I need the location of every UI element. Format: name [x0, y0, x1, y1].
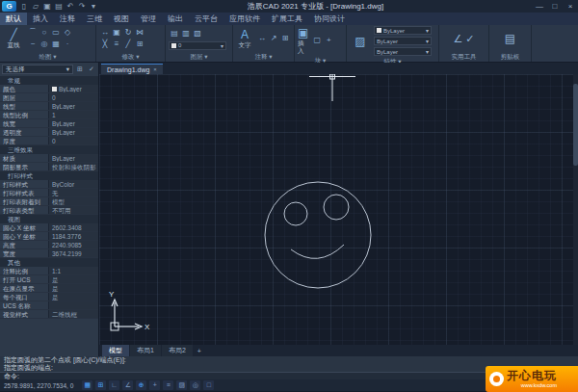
ortho-toggle-icon[interactable]: ∟ — [109, 380, 119, 390]
add-layout-icon[interactable]: + — [194, 348, 205, 354]
toggle-pickadd-icon[interactable]: ⊞ — [75, 65, 85, 73]
ribbon-tab-insert[interactable]: 插入 — [27, 13, 54, 25]
move-tool-icon[interactable]: ↔ — [99, 27, 111, 39]
osnap-toggle-icon[interactable]: ⊕ — [136, 380, 146, 390]
layer-isolate-icon[interactable]: ▧ — [192, 28, 203, 39]
property-row-width[interactable]: 宽度 3674.2199 — [0, 249, 98, 258]
ribbon-tab-collaborate[interactable]: 协同设计 — [308, 13, 351, 25]
offset-tool-icon[interactable]: ≡ — [111, 39, 122, 50]
palette-section-3d-effects[interactable]: 三维效果 — [0, 145, 98, 154]
hatch-tool-icon[interactable]: ▦ — [50, 39, 62, 50]
paste-icon[interactable]: ▤ — [505, 33, 515, 44]
palette-section-plot-style[interactable]: 打印样式 — [0, 171, 98, 180]
property-row-center-y[interactable]: 圆心 Y 坐标 1184.3776 — [0, 232, 98, 241]
property-row-lineweight[interactable]: 线宽 ByLayer — [0, 119, 98, 128]
property-row-plot-style[interactable]: 打印样式 ByColor — [0, 180, 98, 189]
layer-dropdown[interactable]: 0 ▾ — [169, 41, 226, 50]
redo-icon[interactable]: ↷ — [76, 0, 88, 13]
spline-tool-icon[interactable]: ~ — [27, 39, 39, 50]
mirror-tool-icon[interactable]: ⋈ — [134, 27, 145, 39]
linetype-dropdown[interactable]: ByLayer ▾ — [374, 37, 432, 45]
ellipse-tool-icon[interactable]: ◎ — [39, 39, 50, 50]
smile-arc[interactable] — [291, 245, 344, 258]
palette-section-misc[interactable]: 其他 — [0, 258, 98, 267]
polar-toggle-icon[interactable]: ∠ — [122, 380, 133, 390]
ribbon-tab-3d[interactable]: 三维 — [81, 13, 108, 25]
trim-tool-icon[interactable]: ╱ — [122, 39, 134, 50]
plot-icon[interactable]: ▤ — [53, 0, 65, 13]
property-row-plot-style-table[interactable]: 打印样式表 无 — [0, 189, 98, 197]
clipboard-panel-label[interactable]: 剪贴板 — [489, 52, 531, 62]
undo-icon[interactable]: ↶ — [65, 0, 76, 13]
ribbon-tab-apps[interactable]: 应用软件 — [223, 13, 266, 25]
property-row-transparency[interactable]: 透明度 ByLayer — [0, 128, 98, 137]
otrack-toggle-icon[interactable]: + — [149, 380, 160, 390]
measure-tool-icon[interactable]: ∠ — [453, 33, 462, 44]
ribbon-tab-view[interactable]: 视图 — [108, 13, 135, 25]
property-row-ucs-at-origin[interactable]: 在原点显示 是 — [0, 284, 98, 293]
save-file-icon[interactable]: ▣ — [41, 0, 53, 13]
annotation-panel-label[interactable]: 注释 ▾ — [233, 52, 294, 62]
property-row-linetype[interactable]: 线型 ByLayer — [0, 102, 98, 111]
polygon-tool-icon[interactable]: ◇ — [62, 27, 73, 39]
match-properties-button[interactable]: ▨ — [350, 35, 371, 48]
property-row-height[interactable]: 高度 2240.9085 — [0, 241, 98, 249]
draw-panel-label[interactable]: 绘图 ▾ — [0, 52, 95, 62]
property-row-layer[interactable]: 图层 0 — [0, 93, 98, 102]
leader-tool-icon[interactable]: ↗ — [268, 33, 279, 44]
transparency-toggle-icon[interactable]: ▨ — [176, 380, 187, 390]
line-tool-button[interactable]: ╱ 直线 — [3, 28, 24, 49]
property-row-linetype-scale[interactable]: 线型比例 1 — [0, 111, 98, 119]
new-file-icon[interactable]: ▯ — [18, 0, 30, 13]
tab-layout1[interactable]: 布局1 — [130, 345, 161, 356]
circle-tool-icon[interactable]: ○ — [39, 27, 50, 39]
lineweight-dropdown[interactable]: ByLayer ▾ — [374, 47, 432, 56]
text-tool-button[interactable]: A 文字 — [236, 28, 253, 49]
property-row-plot-table-attached[interactable]: 打印表附着到 模型 — [0, 197, 98, 206]
array-tool-icon[interactable]: ⊞ — [134, 39, 145, 50]
ribbon-tab-annotate[interactable]: 注释 — [54, 13, 81, 25]
table-tool-icon[interactable]: ⊞ — [279, 33, 291, 44]
palette-section-view[interactable]: 视图 — [0, 215, 98, 223]
layer-list-icon[interactable]: ▤ — [169, 28, 180, 39]
modify-panel-label[interactable]: 修改 ▾ — [96, 52, 165, 62]
create-block-icon[interactable]: ▢ — [311, 35, 323, 46]
selection-cycling-icon[interactable]: ◎ — [190, 380, 200, 390]
edit-block-icon[interactable]: + — [323, 35, 334, 46]
quick-select-icon[interactable]: ✓ — [465, 33, 474, 44]
quick-select-icon[interactable]: ✓ — [87, 65, 96, 73]
maximize-button[interactable]: □ — [547, 0, 563, 13]
point-tool-icon[interactable]: · — [62, 39, 73, 50]
color-dropdown[interactable]: ByLayer ▾ — [374, 26, 432, 35]
property-row-thickness[interactable]: 厚度 0 — [0, 137, 98, 145]
layer-state-icon[interactable]: ▥ — [180, 28, 192, 39]
open-file-icon[interactable]: ▱ — [30, 0, 41, 13]
ribbon-tab-express[interactable]: 扩展工具 — [266, 13, 308, 25]
fullscreen-toggle-icon[interactable]: □ — [203, 380, 214, 390]
utilities-panel-label[interactable]: 实用工具 — [439, 52, 488, 62]
ribbon-tab-cloud[interactable]: 云平台 — [189, 13, 223, 25]
property-row-color[interactable]: 颜色 ByLayer — [0, 85, 98, 93]
drawing-canvas-svg[interactable]: Y X — [99, 74, 578, 345]
ribbon-tab-home[interactable]: 默认 — [0, 13, 27, 25]
tab-layout2[interactable]: 布局2 — [162, 345, 193, 356]
copy-tool-icon[interactable]: ▣ — [111, 27, 122, 39]
dimension-tool-icon[interactable]: ↔ — [256, 33, 268, 44]
property-row-center-x[interactable]: 圆心 X 坐标 2602.3408 — [0, 223, 98, 232]
property-row-material[interactable]: 材质 ByLayer — [0, 154, 98, 163]
quick-access-more-icon[interactable]: ▾ — [88, 0, 99, 13]
snap-toggle-icon[interactable]: ▦ — [82, 380, 92, 390]
property-row-ucs-on[interactable]: 打开 UCS 是 — [0, 275, 98, 284]
close-button[interactable]: × — [563, 0, 578, 13]
property-row-shadow-display[interactable]: 阴影显示 投射和接收阴影 — [0, 163, 98, 171]
rotate-tool-icon[interactable]: ↻ — [122, 27, 134, 39]
property-row-annotation-scale[interactable]: 注释比例 1:1 — [0, 267, 98, 275]
rectangle-tool-icon[interactable]: ▭ — [50, 27, 62, 39]
vertical-scrollbar[interactable] — [573, 74, 578, 345]
lineweight-toggle-icon[interactable]: ≡ — [163, 380, 173, 390]
file-tab-drawing1[interactable]: Drawing1.dwg × — [101, 64, 163, 74]
property-row-visual-style[interactable]: 视觉样式 二维线框 — [0, 310, 98, 319]
model-canvas[interactable]: Y X — [99, 74, 578, 345]
right-eye-circle[interactable] — [324, 195, 349, 220]
left-eye-circle[interactable] — [284, 202, 307, 225]
